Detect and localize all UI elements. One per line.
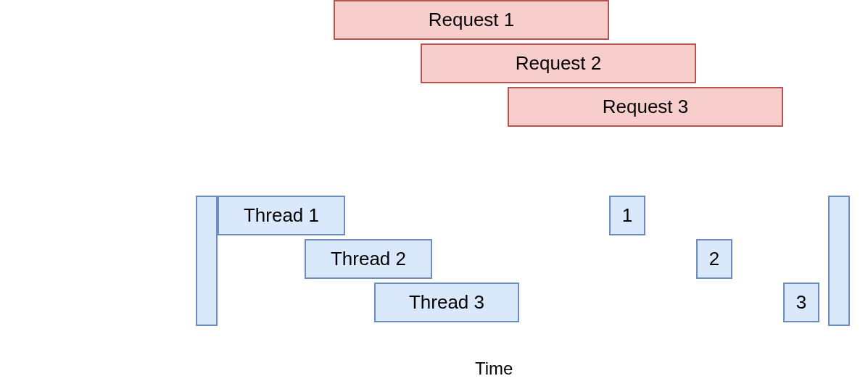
thread-3-bar: Thread 3 bbox=[374, 283, 519, 322]
x-axis-label: Time bbox=[474, 359, 514, 379]
request-1-bar: Request 1 bbox=[334, 0, 609, 40]
thread-3-short-bar: 3 bbox=[783, 283, 819, 322]
thread-2-short-label: 2 bbox=[709, 248, 719, 270]
request-1-label: Request 1 bbox=[429, 9, 515, 31]
thread-2-label: Thread 2 bbox=[331, 248, 406, 270]
server-end-bar bbox=[828, 196, 850, 326]
thread-1-bar: Thread 1 bbox=[218, 196, 345, 235]
server-start-bar bbox=[196, 196, 218, 326]
thread-2-bar: Thread 2 bbox=[305, 239, 432, 279]
thread-1-short-bar: 1 bbox=[609, 196, 645, 235]
thread-3-short-label: 3 bbox=[796, 291, 806, 314]
thread-1-label: Thread 1 bbox=[244, 204, 319, 227]
thread-2-short-bar: 2 bbox=[696, 239, 732, 279]
request-3-bar: Request 3 bbox=[508, 87, 783, 127]
request-3-label: Request 3 bbox=[603, 96, 689, 118]
thread-3-label: Thread 3 bbox=[409, 291, 484, 314]
request-2-label: Request 2 bbox=[516, 52, 602, 75]
thread-1-short-label: 1 bbox=[622, 204, 632, 227]
request-2-bar: Request 2 bbox=[421, 43, 696, 83]
